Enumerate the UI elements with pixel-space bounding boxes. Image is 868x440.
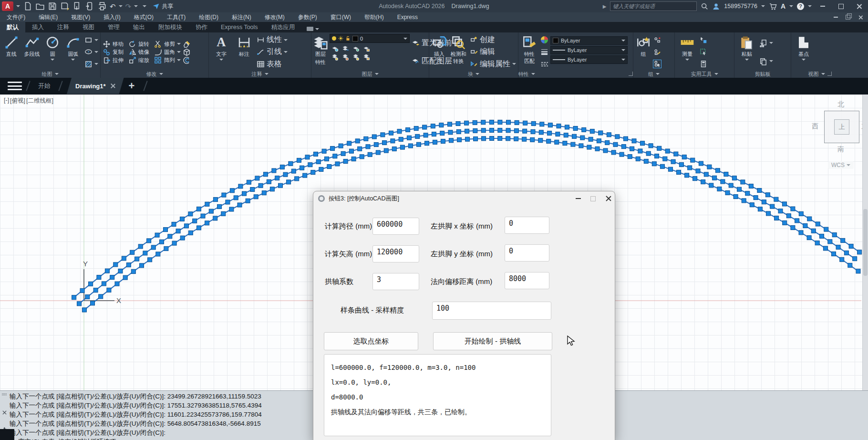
layer-freeze-button[interactable] <box>352 45 360 52</box>
user-id[interactable]: 1589575776 <box>724 3 757 10</box>
rectangle-button[interactable] <box>84 36 98 44</box>
ellipse-button[interactable] <box>84 48 98 56</box>
properties-launcher-icon[interactable] <box>629 72 633 76</box>
dimension-button[interactable]: 标注 <box>234 34 255 70</box>
foot-y-input[interactable]: 0 <box>505 244 549 262</box>
array-button[interactable]: 阵列 <box>154 56 181 64</box>
app-menu-caret-icon[interactable] <box>16 5 20 7</box>
command-history[interactable]: 输入下一个点或 [端点相切(T)/公差(L)/放弃(U)/闭合(C)]: 234… <box>10 392 262 440</box>
panel-utilities-label[interactable]: 实用工具 <box>675 70 734 78</box>
tab-close-icon[interactable] <box>111 84 115 88</box>
cut-button[interactable] <box>759 39 773 47</box>
coeff-input[interactable]: 3 <box>372 273 419 290</box>
copy-clip-button[interactable] <box>759 57 773 65</box>
base-view-caret-icon[interactable] <box>802 59 806 61</box>
viewcube-west[interactable]: 西 <box>812 122 818 131</box>
new-file-button[interactable] <box>23 1 32 11</box>
menu-item[interactable]: 修改(M) <box>258 12 291 22</box>
leader-button[interactable]: 引线 <box>257 47 288 57</box>
hatch-button[interactable] <box>84 60 98 68</box>
span-input[interactable]: 600000 <box>372 218 419 235</box>
insert-caret-icon[interactable] <box>437 59 441 61</box>
view-launcher-icon[interactable] <box>827 72 832 76</box>
linear-dim-button[interactable]: 线性 <box>257 35 288 45</box>
scale-button[interactable]: 缩放 <box>128 56 149 64</box>
layer-thaw-button[interactable] <box>342 53 349 61</box>
menu-item[interactable]: 格式(O) <box>127 12 160 22</box>
group-button[interactable]: 组 <box>635 34 651 70</box>
save-as-button[interactable] <box>60 1 70 11</box>
panel-clipboard-label[interactable]: 剪贴板 <box>734 70 791 78</box>
search-expand-icon[interactable]: ▶ <box>603 4 607 9</box>
viewcube-south[interactable]: 南 <box>837 145 844 154</box>
group-select-toggle-icon[interactable] <box>653 60 661 68</box>
rise-input[interactable]: 120000 <box>372 245 419 262</box>
trim-button[interactable]: 修剪 <box>154 40 181 48</box>
viewcube-face[interactable]: 上 <box>824 111 859 143</box>
paste-caret-icon[interactable] <box>745 59 749 61</box>
text-caret-icon[interactable] <box>219 59 223 61</box>
undo-caret-icon[interactable] <box>119 5 123 7</box>
panel-layers-label[interactable]: 图层 <box>311 70 429 78</box>
arc-caret-icon[interactable] <box>71 59 75 61</box>
panel-properties-label[interactable]: 特性 <box>518 70 633 78</box>
panel-groups-label[interactable]: 组 <box>633 70 674 78</box>
group-edit-icon[interactable] <box>653 48 661 56</box>
viewport-controls[interactable]: [-] <box>4 97 9 105</box>
cart-icon[interactable] <box>769 2 777 10</box>
vertical-scrollbar[interactable] <box>862 94 868 391</box>
redo-button[interactable]: ↷ <box>125 3 132 10</box>
calculator-icon[interactable] <box>700 60 707 68</box>
autodesk-caret-icon[interactable] <box>789 5 793 7</box>
ribbon-tab[interactable]: 插入 <box>25 22 51 32</box>
menu-item[interactable]: 视图(V) <box>64 12 97 22</box>
menu-item[interactable]: 标注(N) <box>225 12 258 22</box>
plot-button[interactable] <box>72 1 82 11</box>
layer-unlock-button[interactable] <box>352 53 360 61</box>
arc-button[interactable]: 圆弧 <box>64 34 83 70</box>
pick-point-button[interactable]: 选取点坐标 <box>324 332 418 350</box>
text-button[interactable]: A 文字 <box>211 34 232 70</box>
block-edit-attrs-button[interactable]: 编辑属性 <box>470 59 516 69</box>
ribbon-collapse-button[interactable] <box>307 27 319 31</box>
start-draw-button[interactable]: 开始绘制 - 拱轴线 <box>433 332 552 350</box>
mobile-app-button[interactable] <box>85 1 94 11</box>
linetype-dropdown[interactable]: ByLayer <box>550 55 628 64</box>
arch-draw-dialog[interactable]: 按钮3: [控制AutoCAD画图] 计算跨径 (mm) 600000 左拱脚 … <box>313 191 615 440</box>
circle-button[interactable]: 圆 <box>43 34 62 70</box>
layer-properties-button[interactable]: 图层 特性 <box>313 34 328 70</box>
ribbon-tab[interactable]: 输出 <box>126 22 152 32</box>
window-minimize-button[interactable] <box>816 0 830 12</box>
lineweight-dropdown[interactable]: ByLayer <box>550 46 628 54</box>
menu-item[interactable]: 帮助(H) <box>358 12 391 22</box>
user-avatar-icon[interactable] <box>712 2 720 10</box>
doc-minimize-button[interactable] <box>834 17 838 18</box>
autocad-app-icon[interactable]: A <box>2 1 13 11</box>
file-tab-menu-button[interactable] <box>8 82 22 90</box>
viewcube-top-face[interactable]: 上 <box>834 119 849 135</box>
share-button[interactable]: 共享 <box>152 2 173 10</box>
layer-select-dropdown[interactable]: 0 <box>330 34 410 43</box>
match-properties-button[interactable]: 特性匹配 <box>520 34 538 70</box>
open-file-button[interactable] <box>35 1 45 11</box>
offset-button[interactable] <box>183 56 191 64</box>
menu-item[interactable]: 插入(I) <box>97 12 127 22</box>
wcs-menu[interactable]: WCS <box>828 161 854 169</box>
erase-button[interactable] <box>183 40 191 48</box>
dialog-minimize-button[interactable] <box>576 198 581 199</box>
ribbon-tab[interactable]: 协作 <box>189 22 214 32</box>
panel-draw-label[interactable]: 绘图 <box>0 70 100 78</box>
user-menu-caret-icon[interactable] <box>761 5 765 7</box>
layer-off-button[interactable] <box>331 45 339 52</box>
search-icon[interactable] <box>701 2 708 10</box>
table-button[interactable]: 表格 <box>257 59 282 69</box>
menu-item[interactable]: 编辑(E) <box>32 12 64 22</box>
panel-block-label[interactable]: 块 <box>429 70 518 78</box>
undo-button[interactable]: ↶ <box>110 3 116 10</box>
linetype-icon[interactable] <box>540 60 548 68</box>
move-button[interactable]: 移动 <box>103 40 124 48</box>
menu-item[interactable]: 窗口(W) <box>324 12 358 22</box>
ribbon-tab[interactable]: 视图 <box>76 22 101 32</box>
tab-drawing1[interactable]: Drawing1* <box>67 78 124 94</box>
print-button[interactable] <box>97 1 107 11</box>
